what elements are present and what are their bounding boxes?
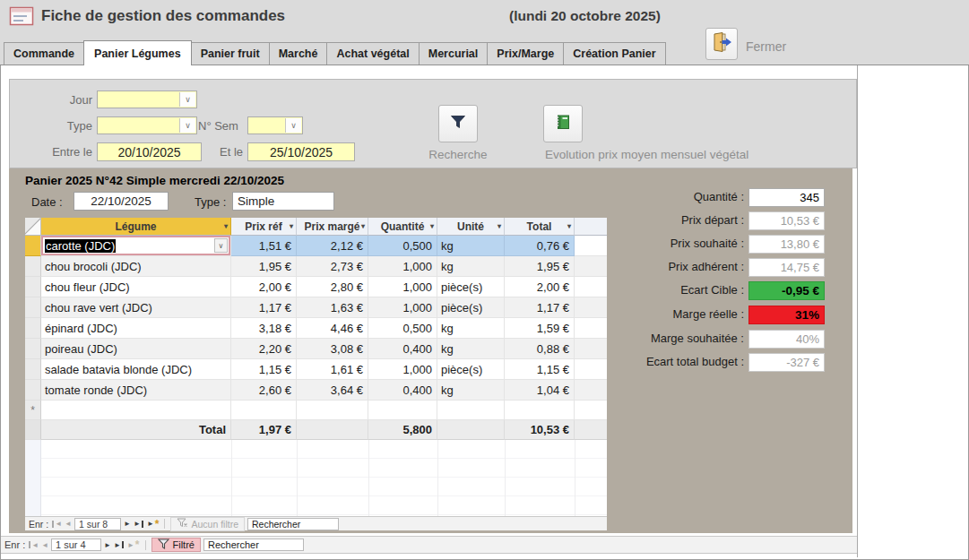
panier-date-field[interactable]: 22/10/2025 [74,192,169,211]
unite-cell[interactable]: kg [437,256,505,277]
unite-cell[interactable]: kg [437,318,505,339]
sort-filter-arrow-icon[interactable]: ▾ [361,222,365,230]
chevron-down-icon[interactable]: ∨ [285,118,301,133]
table-row[interactable]: épinard (JDC) 3,18 € 4,46 € 0,500 kg 1,5… [25,318,607,339]
sort-filter-arrow-icon[interactable]: ▾ [430,222,434,230]
row-selector[interactable] [25,339,41,359]
type-combobox[interactable]: ∨ [97,116,197,134]
prix-ref-cell[interactable]: 1,17 € [231,297,297,318]
table-row[interactable]: chou rave vert (JDC) 1,17 € 1,63 € 1,000… [25,297,607,318]
last-record-button[interactable]: ► [114,541,125,549]
tab-achat-vegetal[interactable]: Achat végétal [326,42,419,65]
column-header-legume[interactable]: Légume▾ [41,218,231,236]
row-selector[interactable] [25,236,41,256]
sort-filter-arrow-icon[interactable]: ▾ [290,222,293,230]
table-row[interactable]: poireau (JDC) 2,20 € 3,08 € 0,400 kg 0,8… [25,339,607,359]
unite-cell[interactable]: pièce(s) [437,297,505,318]
new-record-button[interactable]: ►* [127,541,140,549]
first-record-button[interactable]: ◄ [28,541,39,549]
unite-cell[interactable]: pièce(s) [437,277,505,297]
first-record-button[interactable]: ◄ [51,520,62,528]
tab-marche[interactable]: Marché [269,42,328,65]
unite-cell[interactable]: kg [437,236,505,256]
filtered-toggle[interactable]: Filtré [151,538,201,552]
legume-cell[interactable]: chou rave vert (JDC) [41,297,231,318]
unite-cell[interactable]: pièce(s) [437,359,505,380]
quantite-cell[interactable]: 1,000 [368,297,437,318]
legume-cell[interactable]: épinard (JDC) [41,318,231,339]
table-row[interactable]: salade batavia blonde (JDC) 1,15 € 1,61 … [25,359,607,380]
quantite-cell[interactable]: 0,500 [368,236,437,256]
prix-marge-cell[interactable]: 2,12 € [297,236,368,256]
sort-filter-arrow-icon[interactable]: ▾ [224,222,228,230]
chevron-down-icon[interactable]: ∨ [179,92,195,107]
prix-ref-cell[interactable]: 1,95 € [231,256,297,277]
prix-ref-cell[interactable]: 1,15 € [231,359,297,380]
total-cell[interactable]: 1,04 € [505,380,575,401]
row-selector[interactable] [25,380,41,401]
tab-panier-legumes[interactable]: Panier Légumes [83,40,192,65]
record-position-box[interactable]: 1 sur 8 [74,518,121,530]
column-header-quantite[interactable]: Quantité▾ [368,218,437,236]
row-selector[interactable] [25,297,41,318]
prix-ref-cell[interactable]: 1,51 € [231,236,297,256]
column-header-prix-marge[interactable]: Prix margé▾ [297,218,368,236]
table-row[interactable]: tomate ronde (JDC) 2,60 € 3,64 € 0,400 k… [25,380,607,401]
prix-ref-cell[interactable]: 3,18 € [231,318,297,339]
table-row[interactable]: chou brocoli (JDC) 1,95 € 2,73 € 1,000 k… [25,256,607,277]
tab-commande[interactable]: Commande [4,42,84,65]
next-record-button[interactable]: ► [124,520,131,528]
tab-panier-fruit[interactable]: Panier fruit [191,42,270,65]
quantite-cell[interactable]: 1,000 [368,256,437,277]
evolution-button[interactable] [543,105,583,142]
chevron-down-icon[interactable]: ∨ [179,118,195,133]
quantite-cell[interactable]: 0,400 [368,380,437,401]
row-selector[interactable] [25,359,41,380]
date-to-field[interactable]: 25/10/2025 [247,142,355,161]
legume-cell[interactable]: chou fleur (JDC) [41,277,231,297]
jour-combobox[interactable]: ∨ [97,90,197,108]
legume-cell[interactable]: poireau (JDC) [41,339,231,359]
prix-ref-cell[interactable]: 2,20 € [231,339,297,359]
next-record-button[interactable]: ► [104,541,111,549]
prix-ref-cell[interactable]: 2,00 € [231,277,297,297]
date-from-field[interactable]: 20/10/2025 [97,142,202,161]
prix-ref-cell[interactable]: 2,60 € [231,380,297,401]
legume-cell[interactable]: tomate ronde (JDC) [41,380,231,401]
last-record-button[interactable]: ► [134,520,144,528]
row-selector[interactable] [25,256,41,277]
quantite-cell[interactable]: 0,400 [368,339,437,359]
quantite-value[interactable]: 345 [748,188,825,207]
table-row[interactable]: chou fleur (JDC) 2,00 € 2,80 € 1,000 piè… [25,277,607,297]
tab-creation-panier[interactable]: Création Panier [563,42,665,65]
new-record-row[interactable]: * [25,401,607,420]
prix-marge-cell[interactable]: 2,73 € [297,256,368,277]
column-header-unite[interactable]: Unité▾ [437,218,505,236]
prix-marge-cell[interactable]: 3,08 € [297,339,368,359]
chevron-down-icon[interactable]: ∨ [214,238,228,253]
legume-combobox-cell[interactable]: carotte (JDC)∨ [41,236,231,256]
prix-marge-cell[interactable]: 3,64 € [297,380,368,401]
quantite-cell[interactable]: 0,500 [368,318,437,339]
search-button[interactable] [438,105,478,142]
legume-cell[interactable]: chou brocoli (JDC) [41,256,231,277]
prix-marge-cell[interactable]: 2,80 € [297,277,368,297]
panier-type-field[interactable]: Simple [232,192,334,211]
row-selector[interactable] [25,277,41,297]
num-sem-combobox[interactable]: ∨ [247,116,303,134]
new-record-button[interactable]: ►* [147,520,160,528]
search-records-input[interactable]: Rechercher [203,538,304,551]
table-row[interactable]: carotte (JDC)∨ 1,51 € 2,12 € 0,500 kg 0,… [25,236,607,256]
tab-prix-marge[interactable]: Prix/Marge [487,42,564,65]
prix-marge-cell[interactable]: 4,46 € [297,318,368,339]
search-records-input[interactable]: Rechercher [247,518,339,530]
tab-mercurial[interactable]: Mercurial [419,42,489,65]
legume-cell[interactable]: salade batavia blonde (JDC) [41,359,231,380]
sort-filter-arrow-icon[interactable]: ▾ [497,222,501,230]
row-selector[interactable] [25,318,41,339]
no-filter-toggle[interactable]: Aucun filtre [170,517,245,531]
unite-cell[interactable]: kg [437,380,505,401]
prix-marge-cell[interactable]: 1,63 € [297,297,368,318]
select-all-corner[interactable] [25,218,41,236]
previous-record-button[interactable]: ◄ [65,520,72,528]
